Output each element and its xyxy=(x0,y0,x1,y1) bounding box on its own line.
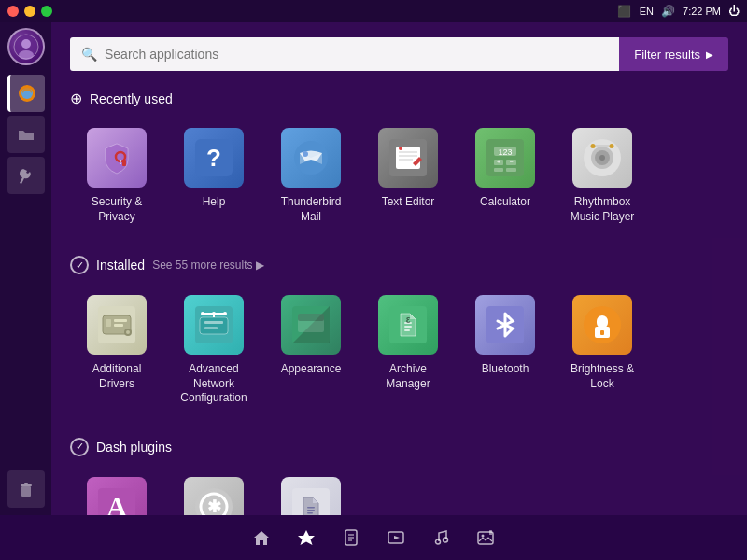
close-button[interactable] xyxy=(7,6,19,17)
top-bar: ⬛ EN 🔊 7:22 PM ⏻ xyxy=(0,0,747,22)
app-thunderbird[interactable]: Thunderbird Mail xyxy=(264,119,358,233)
svg-text:ε: ε xyxy=(406,315,411,325)
svg-text:!: ! xyxy=(120,158,122,166)
taskbar-photos[interactable] xyxy=(474,526,497,549)
recently-used-label: Recently used xyxy=(90,91,173,106)
rhythmbox-icon xyxy=(572,128,632,188)
archive-manager-icon: ε xyxy=(378,295,438,355)
installed-grid: Additional Drivers Advanced Network Conf… xyxy=(70,286,728,415)
dash-plugins-grid: A Applications ✱ Commands xyxy=(70,468,728,515)
svg-rect-9 xyxy=(122,160,126,166)
svg-point-50 xyxy=(223,312,227,315)
app-calculator[interactable]: 123 + − Calculator xyxy=(458,119,552,233)
avatar[interactable] xyxy=(7,28,45,65)
taskbar-home[interactable] xyxy=(250,526,273,549)
svg-rect-41 xyxy=(114,324,123,327)
app-appearance[interactable]: Appearance xyxy=(264,286,358,415)
svg-rect-59 xyxy=(404,329,410,331)
bluetooth-icon xyxy=(475,295,535,355)
recently-used-icon: ⊕ xyxy=(70,90,82,107)
app-bluetooth[interactable]: Bluetooth xyxy=(458,286,552,415)
svg-rect-27 xyxy=(506,168,516,172)
archive-manager-label: Archive Manager xyxy=(367,362,449,391)
bluetooth-label: Bluetooth xyxy=(482,362,529,377)
svg-text:A: A xyxy=(106,491,127,515)
minimize-button[interactable] xyxy=(24,6,35,17)
dash-plugins-label: Dash plugins xyxy=(96,440,172,455)
applications-icon: A xyxy=(87,477,147,515)
taskbar xyxy=(0,515,747,560)
app-text-editor[interactable]: Text Editor xyxy=(361,119,455,233)
svg-rect-51 xyxy=(204,321,223,324)
svg-rect-72 xyxy=(307,507,315,509)
app-rhythmbox[interactable]: Rhythmbox Music Player xyxy=(556,119,649,233)
files-folders-icon xyxy=(281,477,341,515)
svg-point-33 xyxy=(599,155,605,161)
svg-rect-65 xyxy=(600,330,604,335)
svg-point-36 xyxy=(610,144,614,148)
app-commands[interactable]: ✱ Commands xyxy=(167,468,261,515)
taskbar-dash[interactable] xyxy=(295,526,317,549)
svg-rect-58 xyxy=(404,326,412,328)
svg-rect-45 xyxy=(200,317,228,334)
sidebar-item-folder[interactable] xyxy=(7,116,45,153)
trash-icon xyxy=(16,479,36,499)
svg-rect-7 xyxy=(24,483,28,484)
taskbar-files[interactable] xyxy=(340,526,362,549)
language-indicator[interactable]: EN xyxy=(640,6,654,17)
svg-point-2 xyxy=(19,50,34,60)
sidebar-item-trash[interactable] xyxy=(7,470,45,508)
search-box[interactable]: 🔍 xyxy=(70,37,619,71)
monitor-icon[interactable]: ⬛ xyxy=(617,4,632,19)
search-icon: 🔍 xyxy=(81,47,97,62)
app-security-privacy[interactable]: ! Security & Privacy xyxy=(70,119,163,233)
svg-rect-5 xyxy=(21,486,31,497)
text-editor-icon xyxy=(378,128,438,188)
svg-point-84 xyxy=(482,535,485,538)
calculator-icon: 123 + − xyxy=(475,128,535,188)
firefox-icon xyxy=(17,83,37,104)
app-files-folders[interactable]: Files & Folders xyxy=(264,468,358,515)
sidebar xyxy=(0,22,51,515)
svg-rect-6 xyxy=(21,484,32,486)
svg-point-1 xyxy=(21,39,31,49)
volume-icon[interactable]: 🔊 xyxy=(661,5,675,18)
avatar-icon xyxy=(13,34,39,60)
svg-point-43 xyxy=(126,330,130,334)
appearance-icon xyxy=(281,295,341,355)
brightness-lock-label: Brightness & Lock xyxy=(561,362,643,391)
svg-marker-80 xyxy=(394,536,400,539)
app-help[interactable]: ? Help xyxy=(167,119,261,233)
app-brightness-lock[interactable]: Brightness & Lock xyxy=(556,286,649,415)
security-privacy-label: Security & Privacy xyxy=(76,195,158,224)
svg-point-14 xyxy=(303,151,308,157)
recently-used-header: ⊕ Recently used xyxy=(70,90,728,107)
filter-button[interactable]: Filter results ▶ xyxy=(619,37,728,71)
svg-point-81 xyxy=(436,539,441,544)
filter-label: Filter results xyxy=(634,48,700,62)
app-advanced-network[interactable]: Advanced Network Configuration xyxy=(167,286,261,415)
svg-rect-21 xyxy=(486,139,524,176)
sidebar-item-firefox[interactable] xyxy=(7,75,45,112)
window-controls xyxy=(7,6,52,17)
svg-text:−: − xyxy=(509,159,513,165)
security-privacy-icon: ! xyxy=(87,128,147,188)
clock: 7:22 PM xyxy=(683,6,721,17)
sidebar-item-settings[interactable] xyxy=(7,157,45,194)
app-applications[interactable]: A Applications xyxy=(70,468,163,515)
search-input[interactable] xyxy=(105,47,608,62)
app-archive-manager[interactable]: ε Archive Manager xyxy=(361,286,455,415)
svg-text:123: 123 xyxy=(498,147,512,157)
app-additional-drivers[interactable]: Additional Drivers xyxy=(70,286,163,415)
taskbar-music[interactable] xyxy=(430,526,452,549)
thunderbird-icon xyxy=(281,128,341,188)
svg-point-82 xyxy=(444,538,448,542)
power-icon[interactable]: ⏻ xyxy=(728,5,740,18)
maximize-button[interactable] xyxy=(41,6,52,17)
installed-label: Installed xyxy=(96,258,145,273)
installed-header: ✓ Installed See 55 more results ▶ xyxy=(70,256,728,274)
advanced-network-icon xyxy=(184,295,244,355)
media-icon xyxy=(387,528,405,547)
see-more-link[interactable]: See 55 more results ▶ xyxy=(152,259,264,272)
taskbar-media[interactable] xyxy=(385,526,407,549)
